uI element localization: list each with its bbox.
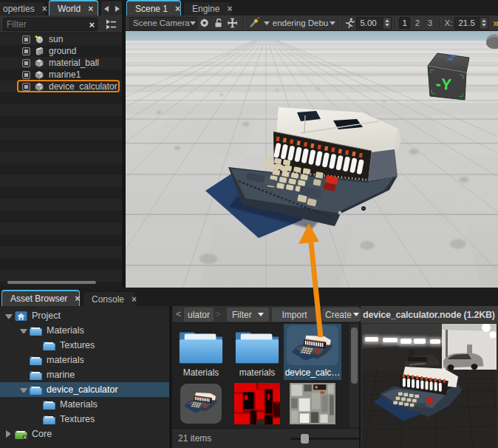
tab-world[interactable]: World × (49, 0, 98, 16)
asset-tree-row-project[interactable]: Project (0, 308, 169, 323)
rendering-debug-select[interactable]: endering Debu (273, 18, 335, 27)
close-icon[interactable]: × (227, 4, 232, 13)
chevron-expanded-icon[interactable] (5, 314, 13, 322)
empty-row (0, 223, 122, 234)
breadcrumb-back-button[interactable]: < (174, 308, 184, 319)
filter-dropdown-button[interactable]: Filter (227, 308, 269, 322)
chevron-expanded-icon[interactable] (20, 388, 27, 396)
asset-tree-row-dc-materials[interactable]: Materials (0, 397, 169, 412)
visibility-checkbox[interactable] (22, 47, 30, 55)
lock-icon[interactable] (213, 17, 224, 29)
spinner-arrows[interactable] (480, 18, 488, 29)
empty-row (0, 246, 122, 258)
node-cube-icon (35, 70, 44, 80)
asset-tile-texture-gray[interactable] (284, 381, 341, 424)
tab-console[interactable]: Console × (83, 291, 136, 306)
asset-tile-materials[interactable]: materials (229, 324, 285, 378)
filter-input[interactable]: Filter × (3, 18, 98, 31)
import-button[interactable]: Import (272, 308, 317, 322)
tab-engine[interactable]: Engine × (183, 1, 232, 16)
speed-preset-1-button[interactable]: 1 (399, 17, 410, 29)
empty-row (0, 163, 122, 175)
tab-console-label: Console (92, 294, 124, 305)
scrollbar-thumb[interactable] (351, 327, 358, 384)
visibility-checkbox[interactable] (22, 83, 30, 91)
tree-row-sun[interactable]: sun (0, 33, 122, 45)
breadcrumb-current-folder[interactable]: ulator (184, 308, 214, 322)
close-icon[interactable]: × (75, 294, 80, 303)
close-icon[interactable]: × (132, 295, 137, 304)
asset-tree-row-materials[interactable]: Materials (0, 323, 169, 338)
empty-row (0, 116, 122, 128)
asset-tree-row-core[interactable]: Core (0, 427, 169, 441)
asset-tile-label: Materials (173, 367, 229, 378)
chevron-down-icon[interactable] (264, 21, 270, 25)
visibility-checkbox[interactable] (22, 71, 30, 79)
tree-row-material-ball[interactable]: material_ball (0, 57, 122, 69)
wand-icon[interactable] (248, 17, 259, 29)
chevron-collapsed-icon[interactable] (6, 430, 13, 438)
close-icon[interactable]: × (42, 4, 47, 13)
tab-asset-browser[interactable]: Asset Browser × (1, 290, 80, 306)
breadcrumb-forward-button[interactable]: > (213, 308, 223, 319)
visibility-checkbox[interactable] (22, 59, 30, 67)
spin-down-icon[interactable] (385, 24, 389, 27)
gear-icon[interactable] (199, 17, 210, 29)
tree-row-label: device_calculator (49, 81, 117, 92)
slider-handle[interactable] (301, 434, 309, 444)
asset-tree-label: Textures (60, 414, 95, 424)
x-coordinate-input[interactable]: 21.5 (454, 17, 488, 30)
asset-tree-row-marine[interactable]: marine (0, 367, 169, 382)
close-icon[interactable]: × (175, 4, 180, 13)
create-dropdown-button[interactable]: Create (322, 308, 361, 322)
asset-tree-row-textures[interactable]: Textures (0, 338, 169, 353)
move-tool-icon[interactable] (227, 17, 238, 29)
spin-up-icon[interactable] (385, 19, 389, 22)
close-icon[interactable]: × (88, 4, 93, 13)
tree-row-label: ground (49, 46, 76, 56)
asset-tree-label: Textures (60, 340, 95, 350)
camera-speed-input[interactable]: 5.00 (356, 17, 392, 30)
toolbar-overflow-button[interactable]: » (493, 17, 498, 29)
tree-row-device-calculator[interactable]: device_calculator (0, 81, 122, 92)
folder-icon (43, 414, 55, 425)
visibility-checkbox[interactable] (22, 35, 30, 44)
filter-clear-icon[interactable]: × (89, 19, 95, 30)
spinner-arrows[interactable] (383, 18, 391, 29)
chevron-down-icon (330, 21, 335, 25)
spin-down-icon[interactable] (482, 24, 486, 27)
empty-row (0, 152, 122, 163)
bottom-dock-tab-bar: Asset Browser × Console × (0, 288, 498, 306)
tab-scene-1[interactable]: Scene 1 × (126, 0, 181, 16)
viewport-3d-scene[interactable]: -Y Z (126, 31, 498, 288)
nav-cube-front-axis-label[interactable]: -Y (435, 75, 452, 93)
camera-select-value: Scene Camera (133, 18, 190, 27)
camera-speed-icon[interactable] (344, 17, 355, 29)
scrollbar-thumb[interactable] (7, 281, 96, 284)
asset-grid-scrollbar[interactable] (349, 324, 359, 427)
asset-tree-row-device-calculator[interactable]: device_calculator (0, 382, 169, 397)
tab-engine-label: Engine (192, 4, 219, 14)
rendering-debug-label: endering Debu (273, 18, 328, 27)
tab-scroll-right-button[interactable] (112, 1, 122, 16)
empty-row (0, 211, 122, 223)
asset-tile-device-calculator-node[interactable]: device_calc… (284, 324, 341, 378)
tab-properties[interactable]: operties × (0, 1, 46, 16)
asset-tree-row-dc-textures[interactable]: Textures (0, 412, 169, 427)
tree-row-marine1[interactable]: marine1 (0, 69, 122, 81)
asset-tile-texture-red[interactable] (229, 381, 285, 424)
asset-tile-mesh[interactable] (173, 381, 229, 424)
tab-scroll-left-button[interactable] (101, 1, 112, 16)
speed-preset-3-button[interactable]: 3 (424, 17, 435, 29)
collapse-hierarchy-icon[interactable] (104, 18, 117, 30)
horizontal-scrollbar[interactable] (0, 280, 122, 285)
tree-row-ground[interactable]: ground (0, 45, 122, 57)
asset-tile-Materials[interactable]: Materials (173, 324, 229, 378)
empty-row (0, 258, 122, 270)
thumbnail-size-slider[interactable] (290, 438, 360, 440)
spin-up-icon[interactable] (482, 19, 486, 22)
asset-tree-row-materials-lc[interactable]: materials (0, 353, 169, 367)
chevron-expanded-icon[interactable] (20, 329, 27, 336)
speed-preset-2-button[interactable]: 2 (412, 17, 423, 29)
camera-select[interactable]: Scene Camera (129, 17, 197, 30)
